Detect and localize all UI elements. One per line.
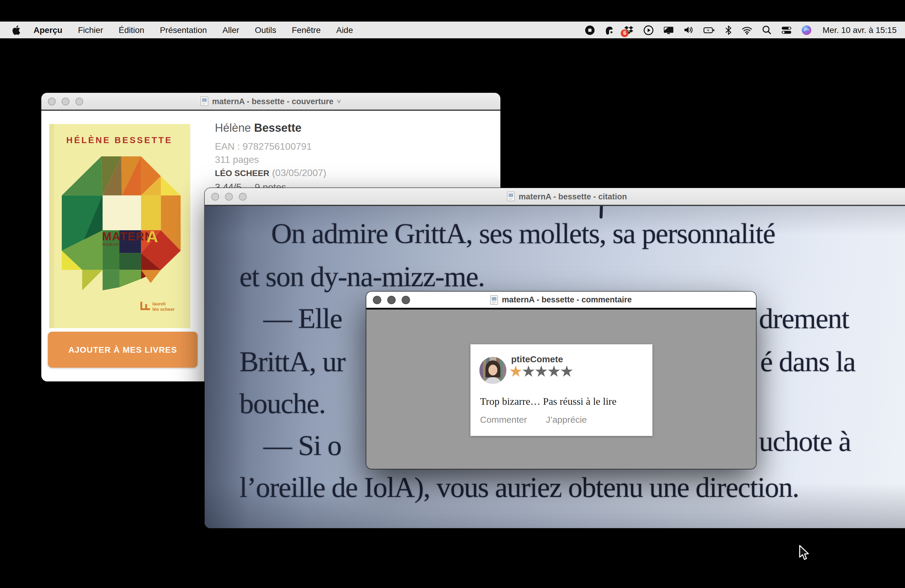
dropbox-badge: 6 [621,29,629,37]
book-publisher-line: LÉO SCHEER (03/05/2007) [215,167,326,180]
menu-left: Aperçu Fichier Édition Présentation Alle… [8,25,361,35]
document-icon [201,96,209,106]
cover-title-main: MATERN [102,230,154,243]
play-circle-icon[interactable] [644,25,654,35]
citation-titlebar[interactable]: maternA - bessette - citation [205,188,905,206]
window-title: maternA - bessette - couverture ∨ [201,96,341,106]
comment-link[interactable]: Commenter [480,414,527,424]
avatar[interactable] [479,357,506,384]
wifi-icon[interactable] [742,25,753,35]
book-pages: 311 pages [215,153,326,167]
minimize-button[interactable] [387,296,395,304]
record-icon[interactable] [585,25,595,35]
star-empty: ★★★★ [522,362,573,380]
book-ean: EAN : 9782756100791 [215,140,326,153]
add-to-books-button[interactable]: AJOUTER À MES LIVRES [48,332,197,368]
battery-charging-icon[interactable] [703,25,716,35]
svg-text:léo scheer: léo scheer [152,307,175,311]
commentaire-titlebar[interactable]: maternA - bessette - commentaire [366,292,756,310]
window-commentaire: maternA - bessette - commentaire ptit [366,292,756,469]
zoom-button[interactable] [402,296,410,304]
window-title: maternA - bessette - commentaire [491,295,632,305]
quote-line: On admire GrittA, ses mollets, sa person… [271,217,775,250]
cover-author: HÉLÈNE BESSETTE [67,135,173,145]
bluetooth-icon[interactable] [725,25,732,35]
traffic-lights [373,292,410,308]
mouse-cursor [799,545,810,563]
document-icon [491,295,498,305]
menu-item-presentation[interactable]: Présentation [152,25,214,35]
document-icon [507,192,515,201]
close-button[interactable] [48,97,56,105]
traffic-lights [211,188,247,205]
quote-line: et son dy-na-mizz-me. [240,260,484,293]
couverture-title-text: maternA - bessette - couverture [212,97,334,106]
menu-clock[interactable]: Mer. 10 avr. à 15:15 [823,25,897,35]
zoom-button[interactable] [239,192,247,200]
cover-title-a: A [146,227,158,245]
zoom-button[interactable] [75,97,83,105]
dropbox-icon[interactable]: 6 [624,25,634,35]
book-author: Hélène Bessette [215,122,326,135]
book-details: Hélène Bessette EAN : 9782756100791 311 … [215,122,326,194]
close-button[interactable] [211,192,219,200]
svg-text:laureli: laureli [152,301,165,306]
star-rating: ★★★★★ [509,364,573,379]
cover-genre: ROMAN [103,243,119,247]
review-text: Trop bizarre… Pas réussi à le lire [480,396,616,408]
quote-line-fragment: uchote à [759,424,851,458]
apple-menu-icon[interactable] [12,25,21,35]
window-title: maternA - bessette - citation [507,192,627,201]
menu-item-fichier[interactable]: Fichier [70,25,111,35]
display-mirror-icon[interactable] [664,25,674,35]
like-link[interactable]: J’apprécie [546,414,587,424]
quote-line: BrittA, ur [240,345,345,378]
minimize-button[interactable] [225,192,233,200]
quote-line: — Elle [264,302,342,335]
quote-line: bouche. [240,387,325,420]
review-card: ptiteComete ★★★★★ Trop bizarre… Pas réus… [470,344,653,436]
couverture-titlebar[interactable]: maternA - bessette - couverture ∨ [41,93,500,111]
minimize-button[interactable] [62,97,70,105]
menu-item-apercu[interactable]: Aperçu [26,25,70,35]
evernote-icon[interactable] [605,25,614,35]
book-cover-image[interactable]: HÉLÈNE BESSETTE [49,124,191,328]
menu-bar: Aperçu Fichier Édition Présentation Alle… [0,22,905,38]
star-filled: ★ [509,362,522,380]
menu-item-aide[interactable]: Aide [328,25,360,35]
spotlight-icon[interactable] [762,25,772,35]
menu-item-edition[interactable]: Édition [111,25,152,35]
commentaire-body: ptiteComete ★★★★★ Trop bizarre… Pas réus… [366,311,756,469]
quote-line: l’oreille de IolA), vous auriez obtenu u… [240,470,799,504]
desktop: Aperçu Fichier Édition Présentation Alle… [0,0,905,588]
menu-item-aller[interactable]: Aller [214,25,247,35]
status-area: 6 [585,25,897,35]
menu-item-fenetre[interactable]: Fenêtre [284,25,329,35]
traffic-lights [48,93,83,110]
citation-title-text: maternA - bessette - citation [519,192,627,201]
quote-line-fragment: drement [759,302,849,335]
control-center-icon[interactable] [781,25,792,35]
quote-line: — Si o [264,429,341,462]
volume-icon[interactable] [684,25,694,35]
menu-item-outils[interactable]: Outils [247,25,284,35]
quote-line-fragment: é dans la [760,345,855,378]
close-button[interactable] [373,296,381,304]
commentaire-title-text: maternA - bessette - commentaire [502,295,632,304]
siri-icon[interactable] [802,25,812,35]
chevron-down-icon[interactable]: ∨ [337,98,342,104]
